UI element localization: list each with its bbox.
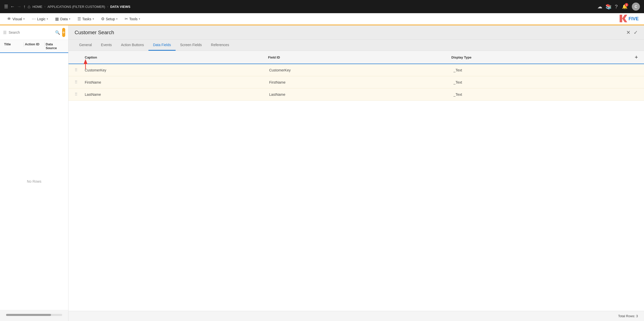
- nav-data[interactable]: ▦ Data ▾: [52, 15, 73, 23]
- visual-arrow: ▾: [23, 17, 25, 20]
- tools-icon: ✂: [125, 16, 128, 21]
- tasks-icon: ☰: [77, 16, 81, 21]
- logic-icon: ⋯: [32, 16, 36, 21]
- five-logo: FIVE: [620, 15, 640, 23]
- displaytype-cell-3: _Text: [453, 92, 638, 97]
- data-fields-panel: Caption Field ID Display Type + ⠿ Custom…: [69, 51, 644, 321]
- app-label[interactable]: APPLICATIONS (FILTER CUSTOMER): [47, 5, 105, 9]
- visual-label: Visual: [12, 17, 22, 21]
- col-sep-2: [44, 42, 45, 47]
- close-button[interactable]: ✕: [626, 29, 631, 35]
- main-content: ☰ 🔍 + Title Action ID Data Source No Row…: [0, 25, 644, 321]
- add-button[interactable]: +: [62, 28, 65, 37]
- sidebar-scrollbar[interactable]: [6, 314, 62, 316]
- nav-visual[interactable]: 👁 Visual ▾: [4, 15, 28, 23]
- svg-text:FIVE: FIVE: [629, 16, 639, 21]
- col-title: Title: [4, 42, 23, 50]
- cloud-icon[interactable]: ☁: [597, 4, 602, 10]
- up-icon[interactable]: ↑: [23, 4, 26, 9]
- nav-tasks[interactable]: ☰ Tasks ▾: [74, 15, 97, 23]
- setup-arrow: ▾: [116, 17, 117, 20]
- caption-cell-1: CustomerKey: [85, 68, 269, 72]
- table-row: ⠿ CustomerKey CustomerKey _Text: [69, 64, 644, 76]
- table-row: ⠿ LastName LastName _Text: [69, 88, 644, 101]
- sidebar-table-header: Title Action ID Data Source: [0, 40, 68, 53]
- logic-label: Logic: [37, 17, 45, 21]
- tasks-label: Tasks: [82, 17, 91, 21]
- notification-button[interactable]: 🔔 1: [621, 3, 629, 11]
- displaytype-cell-1: _Text: [453, 68, 638, 72]
- top-nav: ☰ ← → ↑ ⌂ HOME › APPLICATIONS (FILTER CU…: [0, 0, 644, 13]
- tools-label: Tools: [129, 17, 138, 21]
- tasks-arrow: ▾: [93, 17, 94, 20]
- col-sep-1: [24, 42, 24, 47]
- notification-badge: 1: [625, 3, 628, 7]
- setup-icon: ⚙: [101, 16, 105, 21]
- search-bar: ☰ 🔍 +: [0, 25, 68, 40]
- df-empty-space: [69, 101, 644, 311]
- total-rows-label: Total Rows: 3: [618, 314, 638, 318]
- second-nav-left: 👁 Visual ▾ ⋯ Logic ▾ ▦ Data ▾ ☰ Tasks ▾ …: [4, 15, 143, 23]
- col-action-id: Action ID: [25, 42, 43, 50]
- drag-handle-2[interactable]: ⠿: [75, 80, 85, 85]
- breadcrumb-arrow-1: ›: [44, 5, 45, 8]
- sidebar-empty: No Rows: [0, 53, 68, 310]
- displaytype-cell-2: _Text: [453, 80, 638, 84]
- nav-logic[interactable]: ⋯ Logic ▾: [29, 15, 51, 23]
- fieldid-cell-2: FirstName: [269, 80, 454, 84]
- forward-icon[interactable]: →: [17, 4, 21, 9]
- filter-icon[interactable]: ☰: [3, 30, 7, 35]
- dataviews-label[interactable]: DATA VIEWS: [110, 5, 130, 9]
- col-datasource: Data Source: [46, 42, 64, 50]
- nav-setup[interactable]: ⚙ Setup ▾: [98, 15, 121, 23]
- data-icon: ▦: [55, 16, 59, 21]
- caption-cell-2: FirstName: [85, 80, 269, 84]
- nav-tools[interactable]: ✂ Tools ▾: [122, 15, 143, 23]
- right-panel: Customer Search ✕ ✓ General Events Actio…: [69, 25, 644, 321]
- fieldid-col-header: Field ID: [268, 55, 451, 59]
- home-icon[interactable]: ⌂: [28, 4, 30, 9]
- data-label: Data: [60, 17, 68, 21]
- tab-general[interactable]: General: [75, 40, 96, 51]
- top-nav-left: ☰ ← → ↑ ⌂ HOME › APPLICATIONS (FILTER CU…: [4, 4, 595, 9]
- setup-label: Setup: [106, 17, 115, 21]
- confirm-button[interactable]: ✓: [634, 29, 638, 35]
- drag-handle-3[interactable]: ⠿: [75, 92, 85, 97]
- hamburger-icon[interactable]: ☰: [4, 4, 8, 9]
- tab-events[interactable]: Events: [96, 40, 116, 51]
- help-icon[interactable]: ?: [615, 4, 618, 10]
- tabs-bar: General Events Action Buttons Data Field…: [69, 40, 644, 51]
- caption-col-header: Caption: [85, 55, 268, 59]
- back-icon[interactable]: ←: [10, 4, 15, 9]
- logic-arrow: ▾: [47, 17, 48, 20]
- fieldid-cell-3: LastName: [269, 92, 454, 97]
- breadcrumb-arrow-2: ›: [107, 5, 108, 8]
- tab-screen-fields[interactable]: Screen Fields: [176, 40, 207, 51]
- df-add-button[interactable]: +: [635, 54, 638, 61]
- tab-action-buttons[interactable]: Action Buttons: [116, 40, 148, 51]
- top-nav-right: ☁ 📚 ? 🔔 1 C: [597, 3, 640, 11]
- data-arrow: ▾: [69, 17, 70, 20]
- five-logo-svg: FIVE: [620, 15, 640, 22]
- panel-title: Customer Search: [75, 30, 114, 35]
- tab-data-fields[interactable]: Data Fields: [148, 40, 176, 51]
- panel-header: Customer Search ✕ ✓: [69, 25, 644, 40]
- search-icon[interactable]: 🔍: [55, 30, 60, 35]
- displaytype-col-header: Display Type: [451, 55, 635, 59]
- avatar[interactable]: C: [632, 3, 640, 11]
- sidebar-footer: [0, 310, 68, 321]
- fieldid-cell-1: CustomerKey: [269, 68, 454, 72]
- home-label[interactable]: HOME: [32, 5, 42, 9]
- visual-icon: 👁: [7, 17, 11, 21]
- panel-header-actions: ✕ ✓: [626, 29, 638, 35]
- df-table-header: Caption Field ID Display Type +: [69, 51, 644, 64]
- sidebar-scrollbar-thumb: [6, 314, 51, 316]
- tab-references[interactable]: References: [206, 40, 234, 51]
- table-row: ⠿ FirstName FirstName _Text: [69, 76, 644, 88]
- red-arrow-annotation: [82, 60, 89, 70]
- caption-cell-3: LastName: [85, 92, 269, 97]
- second-nav: 👁 Visual ▾ ⋯ Logic ▾ ▦ Data ▾ ☰ Tasks ▾ …: [0, 13, 644, 25]
- search-input[interactable]: [9, 30, 53, 34]
- left-sidebar: ☰ 🔍 + Title Action ID Data Source No Row…: [0, 25, 69, 321]
- books-icon[interactable]: 📚: [605, 4, 612, 10]
